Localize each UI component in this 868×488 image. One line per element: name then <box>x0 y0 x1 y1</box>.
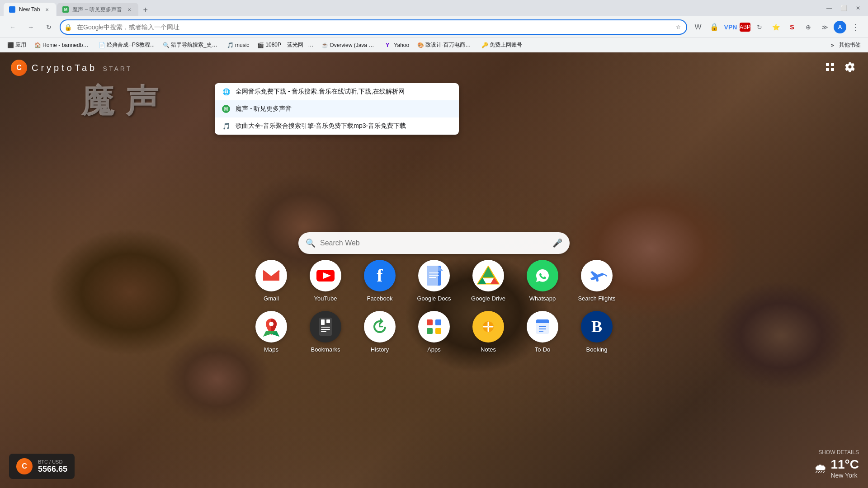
svg-rect-12 <box>429 275 439 276</box>
new-tab-button[interactable]: + <box>139 4 152 16</box>
app-icon-booking[interactable]: B Booking <box>576 311 617 353</box>
bookmark-1080p[interactable]: 🎬 1080P – 蓝光网 – ... <box>254 39 317 51</box>
bookmark-zhishe-label: 致设计-百万电商设... <box>425 41 473 49</box>
bookmark-other[interactable]: » 其他书签 <box>827 39 864 51</box>
bookmark-hunter-label: 猎手导航搜索_史上... <box>171 41 219 49</box>
address-bar[interactable] <box>60 19 687 35</box>
bookmark-star-button[interactable]: ☆ <box>673 22 684 33</box>
menu-button[interactable]: ⋮ <box>848 20 863 34</box>
extension-extra[interactable]: ⊕ <box>801 20 816 34</box>
autocomplete-item-1[interactable]: M 魔声 - 听见更多声音 <box>215 100 459 117</box>
weather-details: 11°C New York <box>830 457 859 479</box>
bookmark-yahoo-label: Yahoo <box>394 42 409 48</box>
app-icon-notes[interactable]: Notes <box>468 311 509 353</box>
bookmarks-icon-circle <box>310 311 341 343</box>
youtube-label: YouTube <box>314 295 337 302</box>
back-button[interactable]: ← <box>5 20 20 34</box>
bookmarks-manager-btn[interactable]: ⭐ <box>769 20 783 34</box>
bookmark-yahoo[interactable]: Y Yahoo <box>382 40 413 50</box>
autocomplete-icon-1: M <box>222 105 230 113</box>
svg-rect-2 <box>826 68 829 71</box>
bookmark-home[interactable]: 🏠 Home - bannedbo... <box>31 40 94 50</box>
bookmark-apps-label: 应用 <box>15 41 26 49</box>
svg-rect-30 <box>435 319 441 325</box>
gmail-label: Gmail <box>264 295 279 302</box>
bookmark-classic[interactable]: 📄 经典合成--PS教程... <box>95 39 158 51</box>
btc-widget[interactable]: C BTC / USD 5566.65 <box>9 454 75 479</box>
tab-close-new-tab[interactable]: ✕ <box>43 6 51 13</box>
todo-icon-circle <box>527 311 558 343</box>
bookmark-login-label: 免费上网账号 <box>490 41 522 49</box>
bookmark-home-label: Home - bannedbo... <box>42 42 90 48</box>
apps-grid-icon[interactable] <box>823 60 837 74</box>
app-icon-gdrive[interactable]: Google Drive <box>468 260 509 302</box>
todo-label: To-Do <box>535 346 551 353</box>
svg-rect-0 <box>826 63 829 66</box>
close-button[interactable]: ✕ <box>852 2 864 14</box>
bookmark-overview-label: Overview (Java Pl... <box>330 42 377 48</box>
bookmark-login[interactable]: 🔑 免费上网账号 <box>478 39 526 51</box>
reload-extension[interactable]: ↻ <box>752 20 767 34</box>
booking-icon-circle: B <box>581 311 613 343</box>
extension-icon-1[interactable]: W <box>691 20 705 34</box>
bookmark-hunter[interactable]: 🔍 猎手导航搜索_史上... <box>159 39 222 51</box>
microphone-icon[interactable]: 🎤 <box>552 238 562 248</box>
bookmark-classic-label: 经典合成--PS教程... <box>107 41 155 49</box>
address-bar-container: 🔒 ☆ <box>60 19 687 35</box>
show-details-button[interactable]: SHOW DETAILS <box>818 449 859 455</box>
more-extensions[interactable]: ≫ <box>817 20 832 34</box>
extension-icon-3[interactable]: VPN <box>723 20 738 34</box>
profile-avatar[interactable]: A <box>834 21 846 33</box>
bookmark-music[interactable]: 🎵 music <box>223 40 253 50</box>
app-icon-bookmarks[interactable]: Bookmarks <box>305 311 346 353</box>
tab-title-new-tab: New Tab <box>19 6 40 13</box>
weather-city: New York <box>830 472 859 479</box>
gdrive-label: Google Drive <box>471 295 505 302</box>
weather-widget: SHOW DETAILS 🌧 11°C New York <box>814 449 859 479</box>
minimize-button[interactable]: — <box>823 2 835 14</box>
tab-new-tab[interactable]: New Tab ✕ <box>4 3 56 16</box>
bookmark-classic-icon: 📄 <box>99 42 105 48</box>
autocomplete-dropdown: 🌐 全网音乐免费下载 - 音乐搜索,音乐在线试听,下载,在线解析网 M 魔声 -… <box>215 83 459 135</box>
booking-label: Booking <box>586 346 608 353</box>
app-icon-todo[interactable]: To-Do <box>522 311 563 353</box>
app-icon-facebook[interactable]: f Facebook <box>359 260 400 302</box>
autocomplete-item-2[interactable]: 🎵 歌曲大全-音乐聚合搜索引擎-音乐免费下载mp3-音乐免费下载 <box>215 117 459 135</box>
svg-rect-13 <box>429 277 436 278</box>
extension-s[interactable]: S <box>785 20 799 34</box>
bookmark-overview[interactable]: ☕ Overview (Java Pl... <box>318 40 381 50</box>
svg-rect-3 <box>831 68 834 71</box>
tab-mosound[interactable]: M 魔声 – 听见更多声音 ✕ <box>57 3 138 16</box>
bookmark-music-label: music <box>235 42 249 48</box>
bookmark-apps[interactable]: ⬛ 应用 <box>4 39 30 51</box>
app-icon-gdocs[interactable]: Google Docs <box>414 260 454 302</box>
forward-button[interactable]: → <box>24 20 38 34</box>
gdocs-icon-circle <box>418 260 450 291</box>
tab-strip: New Tab ✕ M 魔声 – 听见更多声音 ✕ + <box>4 0 817 16</box>
app-icon-youtube[interactable]: YouTube <box>305 260 346 302</box>
bookmark-zhishe[interactable]: 🎨 致设计-百万电商设... <box>414 39 477 51</box>
app-icon-gmail[interactable]: Gmail <box>251 260 292 302</box>
extension-icon-2[interactable]: 🔒 <box>707 20 722 34</box>
bookmark-1080p-icon: 🎬 <box>257 42 264 48</box>
cryptotab-text-group: CryptoTab START <box>32 63 132 73</box>
cryptotab-icon: C <box>11 60 27 76</box>
settings-icon[interactable] <box>843 60 857 74</box>
search-input[interactable] <box>298 232 570 254</box>
weather-icon: 🌧 <box>814 461 827 476</box>
btc-info: BTC / USD 5566.65 <box>38 459 67 474</box>
extension-icon-4[interactable]: ABP <box>740 23 750 32</box>
bookmark-zhishe-icon: 🎨 <box>417 42 424 48</box>
search-container: 🔍 🎤 <box>298 232 570 254</box>
app-icon-flights[interactable]: Search Flights <box>576 260 617 302</box>
autocomplete-item-0[interactable]: 🌐 全网音乐免费下载 - 音乐搜索,音乐在线试听,下载,在线解析网 <box>215 83 459 100</box>
maximize-button[interactable]: ⬜ <box>837 2 850 14</box>
svg-rect-25 <box>321 329 330 330</box>
tab-close-mosound[interactable]: ✕ <box>126 6 133 13</box>
notes-icon-circle <box>472 311 504 343</box>
app-icon-whatsapp[interactable]: Whatsapp <box>522 260 563 302</box>
app-icon-history[interactable]: History <box>359 311 400 353</box>
app-icon-apps[interactable]: Apps <box>414 311 454 353</box>
app-icon-maps[interactable]: Maps <box>251 311 292 353</box>
refresh-button[interactable]: ↻ <box>42 20 56 34</box>
